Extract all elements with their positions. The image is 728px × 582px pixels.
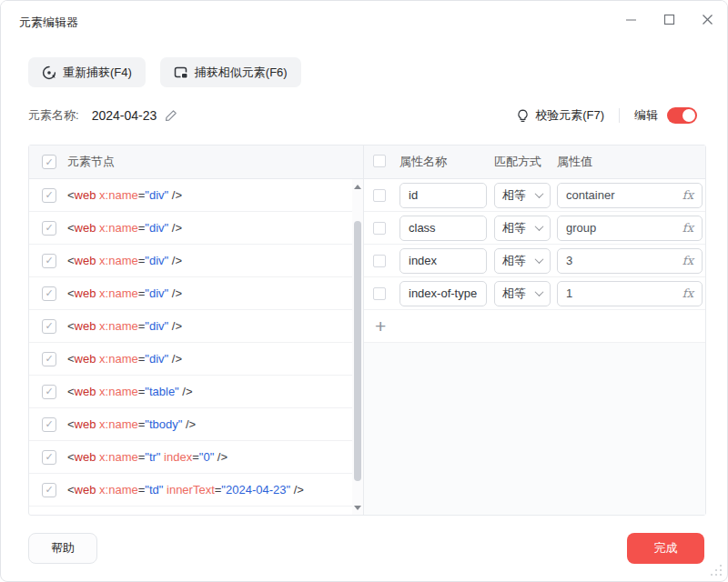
done-button[interactable]: 完成 <box>627 533 704 564</box>
node-row[interactable]: <web x:name="tr" index="0" /> <box>29 441 352 474</box>
node-code: <web x:name="tbody" /> <box>67 417 196 431</box>
add-attribute-button[interactable]: + <box>375 316 386 336</box>
node-row[interactable]: <web x:name="div" /> <box>29 179 352 212</box>
verify-element-label: 校验元素(F7) <box>535 107 604 124</box>
node-code: <web x:name="tr" index="0" /> <box>67 450 228 464</box>
attribute-checkbox[interactable] <box>373 189 386 202</box>
attribute-row: index相等3fx <box>364 245 705 277</box>
capture-similar-label: 捕获相似元素(F6) <box>195 65 288 81</box>
help-button[interactable]: 帮助 <box>28 533 97 564</box>
capture-similar-button[interactable]: 捕获相似元素(F6) <box>160 57 301 87</box>
attribute-checkbox[interactable] <box>373 287 386 300</box>
vertical-divider <box>619 108 620 123</box>
toggle-knob <box>682 109 695 122</box>
select-all-attributes-checkbox[interactable] <box>373 155 386 167</box>
recapture-button[interactable]: 重新捕获(F4) <box>28 57 146 87</box>
node-code: <web x:name="div" /> <box>67 254 182 267</box>
node-checkbox[interactable] <box>42 221 56 236</box>
select-all-nodes-checkbox[interactable] <box>42 155 56 169</box>
attribute-name-header: 属性名称 <box>399 154 487 170</box>
node-checkbox[interactable] <box>42 188 56 203</box>
scrollbar-thumb[interactable] <box>354 221 361 481</box>
node-checkbox[interactable] <box>42 483 56 497</box>
scrollbar-up-arrow[interactable] <box>352 181 363 192</box>
minimize-icon <box>625 14 637 25</box>
node-code: <web x:name="div" /> <box>67 352 182 366</box>
help-label: 帮助 <box>51 540 75 557</box>
attribute-rows: id相等containerfxclass相等groupfxindex相等3fxi… <box>364 179 705 310</box>
node-panel-title: 元素节点 <box>67 154 115 170</box>
close-icon <box>702 14 713 25</box>
fx-icon[interactable]: fx <box>682 221 693 235</box>
attribute-row: index-of-type相等1fx <box>364 277 705 310</box>
node-row[interactable]: <web x:name="div" /> <box>29 212 352 245</box>
match-type-select[interactable]: 相等 <box>494 281 551 306</box>
node-checkbox[interactable] <box>42 450 56 465</box>
attribute-row: class相等groupfx <box>364 212 705 245</box>
done-label: 完成 <box>654 540 678 557</box>
node-checkbox[interactable] <box>42 254 56 268</box>
attribute-value-input[interactable]: 3fx <box>557 248 703 274</box>
fx-icon[interactable]: fx <box>682 254 693 267</box>
attribute-value-input[interactable]: groupfx <box>557 216 703 241</box>
toolbar: 重新捕获(F4) 捕获相似元素(F6) <box>28 57 301 87</box>
attribute-name-input[interactable]: class <box>399 216 487 241</box>
node-row[interactable]: <web x:name="table" /> <box>29 376 352 408</box>
recapture-label: 重新捕获(F4) <box>63 65 132 81</box>
attribute-row: id相等containerfx <box>364 179 705 212</box>
node-row[interactable]: <web x:name="tbody" /> <box>29 408 352 441</box>
edit-name-button[interactable] <box>165 109 177 122</box>
verify-element-button[interactable]: 校验元素(F7) <box>516 107 604 124</box>
attribute-panel-header: 属性名称 匹配方式 属性值 <box>364 146 705 179</box>
chevron-down-icon <box>535 189 544 198</box>
scrollbar-down-arrow[interactable] <box>352 502 363 513</box>
node-row[interactable]: <web x:name="div" /> <box>29 310 352 343</box>
match-type-header: 匹配方式 <box>494 154 551 170</box>
node-checkbox[interactable] <box>42 385 56 399</box>
attribute-checkbox[interactable] <box>373 255 386 267</box>
element-name-label: 元素名称: <box>28 107 79 124</box>
attribute-name-input[interactable]: id <box>399 183 487 208</box>
titlebar: 元素编辑器 <box>1 1 727 41</box>
node-checkbox[interactable] <box>42 286 56 301</box>
node-panel-header: 元素节点 <box>29 146 363 179</box>
attribute-panel-empty-area <box>364 343 705 515</box>
match-type-select[interactable]: 相等 <box>494 248 551 274</box>
node-code: <web x:name="div" /> <box>67 188 182 202</box>
node-code: <web x:name="div" /> <box>67 286 182 300</box>
maximize-button[interactable] <box>662 12 676 26</box>
close-button[interactable] <box>700 12 714 26</box>
node-list-scrollbar[interactable] <box>352 179 363 515</box>
attribute-panel: 属性名称 匹配方式 属性值 id相等containerfxclass相等grou… <box>364 146 705 515</box>
node-code: <web x:name="div" /> <box>67 221 182 235</box>
attribute-value-header: 属性值 <box>557 154 705 170</box>
attribute-name-input[interactable]: index-of-type <box>399 281 487 306</box>
node-row[interactable]: <web x:name="div" /> <box>29 343 352 376</box>
attribute-name-input[interactable]: index <box>399 248 487 274</box>
match-type-select[interactable]: 相等 <box>494 183 551 208</box>
chevron-down-icon <box>535 255 544 264</box>
attribute-value-input[interactable]: 1fx <box>557 281 703 306</box>
node-checkbox[interactable] <box>42 417 56 432</box>
node-checkbox[interactable] <box>42 352 56 366</box>
node-code: <web x:name="td" innerText="2024-04-23" … <box>67 483 304 497</box>
attribute-value-input[interactable]: containerfx <box>557 183 703 208</box>
node-checkbox[interactable] <box>42 319 56 334</box>
fx-icon[interactable]: fx <box>682 286 693 300</box>
chevron-down-icon <box>535 287 544 296</box>
node-row[interactable]: <web x:name="div" /> <box>29 245 352 277</box>
resize-grip[interactable] <box>709 563 723 577</box>
main-panels: 元素节点 <web x:name="div" /><web x:name="di… <box>28 145 706 516</box>
match-type-select[interactable]: 相等 <box>494 216 551 241</box>
node-row[interactable]: <web x:name="td" innerText="2024-04-23" … <box>29 474 352 507</box>
attribute-checkbox[interactable] <box>373 222 386 235</box>
node-list: <web x:name="div" /><web x:name="div" />… <box>29 179 352 515</box>
node-code: <web x:name="table" /> <box>67 385 193 398</box>
fx-icon[interactable]: fx <box>682 188 693 202</box>
node-row[interactable]: <web x:name="div" /> <box>29 277 352 310</box>
recapture-icon <box>42 65 56 80</box>
resize-grip-icon <box>709 563 723 577</box>
minimize-button[interactable] <box>623 12 638 26</box>
lightbulb-icon <box>516 109 530 123</box>
edit-toggle[interactable] <box>667 107 697 124</box>
